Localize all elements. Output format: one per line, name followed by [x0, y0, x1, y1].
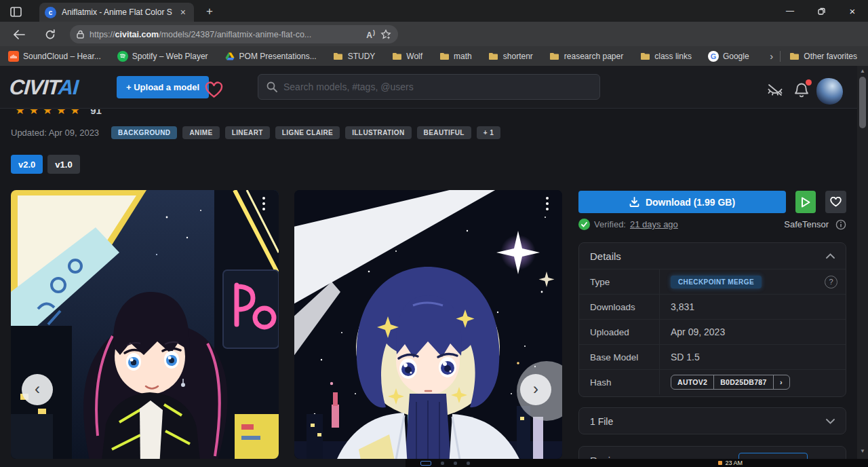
rating-stars-icon[interactable]: ★★★★★	[15, 109, 83, 117]
details-panel: Details Type CHECKPOINT MERGE Downloads …	[578, 242, 846, 397]
taskbar-clock: 23 AM	[718, 460, 743, 466]
minimize-button[interactable]: —	[774, 0, 806, 22]
taskbar-sliver[interactable]: 23 AM	[406, 459, 868, 467]
image-menu-icon[interactable]	[541, 197, 553, 210]
bookmark-soundcloud[interactable]: SoundCloud – Hear...	[8, 51, 101, 62]
screen: c Aniflatmix - Anime Flat Color Sty × + …	[0, 0, 868, 467]
detail-row-base-model: Base Model SD 1.5	[579, 344, 846, 369]
version-v1-button[interactable]: v1.0	[47, 155, 79, 174]
verified-row: Verified: 21 days ago SafeTensor	[578, 219, 846, 230]
restore-button[interactable]	[806, 0, 837, 22]
image-menu-icon[interactable]	[258, 197, 270, 210]
hidden-mode-eye-off-icon[interactable]	[766, 83, 784, 98]
format-label: SafeTensor	[784, 219, 829, 229]
tag-beautiful[interactable]: BEAUTIFUL	[417, 126, 471, 139]
chevron-down-icon	[826, 419, 835, 424]
notifications-bell-icon[interactable]	[793, 82, 810, 99]
bookmarks-overflow-icon[interactable]: ›	[770, 50, 773, 62]
tab-close-icon[interactable]: ×	[178, 6, 189, 18]
verified-time-link[interactable]: 21 days ago	[630, 219, 678, 229]
close-button[interactable]: ×	[837, 0, 868, 22]
folder-icon	[549, 51, 560, 62]
back-button[interactable]	[11, 26, 27, 43]
folder-icon	[439, 51, 450, 62]
tag-ligne-claire[interactable]: LIGNE CLAIRE	[275, 126, 340, 139]
bookmarks-separator	[780, 51, 781, 62]
tab-actions-menu-icon[interactable]	[8, 4, 23, 19]
tag-illustration[interactable]: ILLUSTRATION	[345, 126, 411, 139]
scrollbar[interactable]: ▲ ▼	[857, 66, 868, 459]
civitai-favicon-icon: c	[45, 7, 56, 18]
read-aloud-icon[interactable]: A	[366, 29, 375, 40]
upload-model-button[interactable]: + Upload a model	[117, 76, 209, 98]
folder-icon	[488, 51, 499, 62]
search-input[interactable]	[283, 81, 591, 92]
bookmark-spotify[interactable]: Spotify – Web Player	[117, 51, 208, 62]
user-avatar[interactable]	[816, 78, 843, 105]
type-badge[interactable]: CHECKPOINT MERGE	[671, 276, 762, 288]
hash-algo: AUTOV2	[671, 375, 713, 389]
browser-tabstrip: c Aniflatmix - Anime Flat Color Sty × + …	[0, 0, 868, 22]
files-panel[interactable]: 1 File	[578, 407, 846, 434]
taskbar-app-icon[interactable]	[420, 461, 431, 466]
download-button[interactable]: Download (1.99 GB)	[578, 191, 786, 213]
bookmark-folder-reasearch-paper[interactable]: reasearch paper	[549, 51, 623, 62]
model-meta-row: Updated: Apr 09, 2023 BACKGROUND ANIME L…	[11, 126, 500, 139]
tag-anime[interactable]: ANIME	[182, 126, 219, 139]
search-icon	[267, 81, 277, 92]
chevron-up-icon	[826, 253, 835, 259]
bookmark-google[interactable]: G Google	[708, 51, 749, 62]
bookmark-folder-class-links[interactable]: class links	[639, 51, 692, 62]
bookmark-folder-shortenr[interactable]: shortenr	[488, 51, 533, 62]
reviews-panel: Reviews Add Review	[578, 446, 846, 459]
address-bar[interactable]: https://civitai.com/models/24387/aniflat…	[70, 25, 398, 43]
info-icon[interactable]	[835, 219, 846, 230]
detail-row-uploaded: Uploaded Apr 09, 2023	[579, 319, 846, 344]
version-v2-button[interactable]: v2.0	[11, 155, 43, 174]
bookmark-folder-wolf[interactable]: Wolf	[391, 51, 422, 62]
other-favorites[interactable]: Other favorites	[789, 51, 857, 62]
google-drive-icon	[224, 51, 235, 62]
folder-icon	[639, 51, 650, 62]
new-tab-button[interactable]: +	[202, 4, 217, 19]
search-box[interactable]	[258, 74, 600, 100]
bookmarks-bar: SoundCloud – Hear... Spotify – Web Playe…	[0, 46, 868, 66]
civitai-logo[interactable]: CIVITAI	[9, 75, 79, 100]
add-review-button[interactable]: Add Review	[738, 453, 808, 459]
lock-icon	[77, 30, 84, 39]
liked-models-heart-icon[interactable]	[205, 81, 223, 98]
refresh-button[interactable]	[42, 26, 58, 43]
tag-more[interactable]: + 1	[477, 126, 500, 139]
civitai-header: CIVITAI + Upload a model	[0, 66, 868, 109]
bookmark-folder-math[interactable]: math	[439, 51, 472, 62]
browser-tab[interactable]: c Aniflatmix - Anime Flat Color Sty ×	[39, 3, 194, 22]
heart-icon	[830, 197, 842, 207]
hash-pill[interactable]: AUTOV2 B0D25DB787 ›	[671, 375, 790, 390]
gallery-image-2[interactable]: ›	[294, 190, 562, 459]
hash-value: B0D25DB787	[713, 375, 772, 389]
folder-icon	[333, 51, 344, 62]
help-icon[interactable]	[825, 276, 837, 288]
gallery-next-arrow[interactable]: ›	[520, 374, 551, 405]
gallery-image-1[interactable]: ‹	[11, 190, 279, 459]
gallery-prev-arrow[interactable]: ‹	[22, 374, 53, 405]
run-model-button[interactable]	[795, 191, 816, 213]
tag-background[interactable]: BACKGROUND	[111, 126, 177, 139]
updated-date: Updated: Apr 09, 2023	[11, 128, 99, 138]
details-header[interactable]: Details	[579, 243, 846, 269]
tag-lineart[interactable]: LINEART	[225, 126, 270, 139]
tab-title: Aniflatmix - Anime Flat Color Sty	[62, 7, 172, 17]
verified-label: Verified:	[594, 219, 626, 229]
favorite-model-button[interactable]	[825, 191, 846, 213]
files-title: 1 File	[590, 416, 613, 427]
verified-shield-icon	[578, 219, 590, 230]
add-favorite-icon[interactable]	[380, 29, 391, 40]
bookmark-folder-study[interactable]: STUDY	[333, 51, 376, 62]
bookmark-pom-presentations[interactable]: POM Presentations...	[224, 51, 317, 62]
rating-count: 91	[90, 109, 102, 116]
scrollbar-thumb[interactable]	[859, 77, 866, 128]
scroll-up-icon[interactable]: ▲	[857, 66, 868, 75]
rating-row: ★★★★★ 91	[15, 109, 102, 117]
scroll-down-icon[interactable]: ▼	[857, 446, 868, 455]
hash-expand-icon[interactable]: ›	[773, 375, 789, 389]
